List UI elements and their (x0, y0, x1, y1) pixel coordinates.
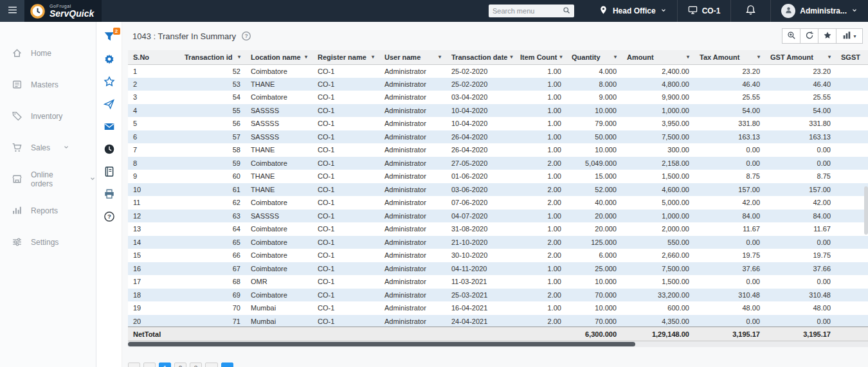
cell-tax-amount: 0.00 (694, 157, 765, 170)
hamburger-icon (7, 4, 18, 18)
cell-sgst (836, 262, 868, 276)
tool-history-button[interactable] (104, 143, 115, 155)
cell-user-name: Administrator (379, 249, 446, 262)
cell-gst-amount: 84.00 (765, 210, 836, 223)
table-row[interactable]: 1364CoimbatoreCO-1Administrator31-08-202… (128, 222, 868, 236)
filter-arrow-icon[interactable]: ▾ (372, 54, 374, 60)
cell-tax-amount: 46.40 (694, 78, 765, 91)
filter-arrow-icon[interactable]: ▾ (757, 54, 760, 60)
table-row[interactable]: 253THANECO-1Administrator25-02-20201.008… (128, 78, 868, 91)
refresh-button[interactable] (800, 28, 818, 44)
table-row[interactable]: 960THANECO-1Administrator01-06-20201.001… (128, 170, 868, 183)
page-button-3[interactable]: 2 (174, 363, 186, 367)
table-row[interactable]: 1667CoimbatoreCO-1Administrator04-11-202… (128, 262, 868, 276)
tool-help-button[interactable]: ? (104, 211, 115, 222)
horizontal-scrollbar[interactable] (128, 341, 868, 347)
page-button-5[interactable]: … (205, 363, 218, 367)
table-row[interactable]: 2071MumbaiCO-1Administrator24-04-20212.0… (128, 315, 868, 327)
zoom-button[interactable] (782, 28, 800, 44)
filter-arrow-icon[interactable]: ▾ (687, 54, 689, 60)
vertical-scrollbar[interactable] (864, 64, 868, 341)
page-button-1[interactable]: ‹ (143, 363, 156, 367)
sidebar-item-online-orders[interactable]: Online orders (0, 163, 96, 195)
column-header-sgst[interactable]: SGST▾ (836, 50, 868, 64)
sidebar-item-inventory[interactable]: Inventory (0, 100, 96, 132)
tool-journal-button[interactable] (104, 166, 115, 177)
column-header-gst-amount[interactable]: GST Amount▾ (765, 50, 836, 64)
favorite-button[interactable] (818, 28, 836, 44)
horizontal-scrollbar-thumb[interactable] (128, 342, 635, 346)
cell-s-no: 14 (128, 236, 179, 249)
column-header-transaction-id[interactable]: Transaction id▾ (179, 50, 246, 64)
cell-transaction-date: 31-08-2020 (446, 222, 515, 236)
sidebar-item-masters[interactable]: Masters (0, 69, 96, 100)
cell-transaction-id: 62 (179, 196, 246, 210)
table-row[interactable]: 455SASSSSCO-1Administrator10-04-20201.00… (128, 104, 868, 118)
cell-register-name: CO-1 (312, 210, 379, 223)
column-header-register-name[interactable]: Register name▾ (312, 50, 379, 64)
column-header-user-name[interactable]: User name▾ (379, 50, 446, 64)
help-icon[interactable]: ? (241, 31, 251, 41)
table-row[interactable]: 1768OMRCO-1Administrator11-03-20211.0010… (128, 275, 868, 289)
column-header-location-name[interactable]: Location name▾ (246, 50, 312, 64)
page-button-6[interactable]: › (221, 363, 233, 367)
tool-print-button[interactable] (104, 188, 115, 200)
table-row[interactable]: 1263SASSSSCO-1Administrator04-07-20201.0… (128, 210, 868, 223)
column-header-s-no[interactable]: S.No (128, 50, 179, 64)
menu-button[interactable] (0, 0, 24, 22)
user-menu[interactable]: Administra... (770, 0, 868, 22)
column-header-tax-amount[interactable]: Tax Amount▾ (694, 50, 765, 64)
sidebar-item-home[interactable]: Home (0, 37, 96, 69)
table-row[interactable]: 1061THANECO-1Administrator03-06-20202.00… (128, 183, 868, 197)
column-header-amount[interactable]: Amount▾ (622, 50, 694, 64)
table-row[interactable]: 859CoimbatoreCO-1Administrator27-05-2020… (128, 157, 868, 170)
sidebar-item-reports[interactable]: Reports (0, 195, 96, 226)
brand-company: GoFrugal (50, 4, 94, 8)
filter-arrow-icon[interactable]: ▾ (510, 54, 512, 60)
cell-s-no: 19 (128, 301, 179, 315)
table-row[interactable]: 556SASSSSCO-1Administrator10-04-20201.00… (128, 117, 868, 130)
filter-arrow-icon[interactable]: ▾ (439, 54, 441, 60)
table-row[interactable]: 1162CoimbatoreCO-1Administrator07-06-202… (128, 196, 868, 210)
table-row[interactable]: 1465CoimbatoreCO-1Administrator21-10-202… (128, 236, 868, 249)
cell-transaction-date: 01-06-2020 (446, 170, 515, 183)
notifications-button[interactable] (730, 0, 770, 22)
chart-view-button[interactable]: ▾ (836, 28, 863, 44)
table-row[interactable]: 354CoimbatoreCO-1Administrator03-04-2020… (128, 91, 868, 104)
sidebar-item-settings[interactable]: Settings (0, 226, 96, 258)
cell-user-name: Administrator (379, 301, 446, 315)
cell-user-name: Administrator (379, 275, 446, 289)
column-header-quantity[interactable]: Quantity▾ (566, 50, 622, 64)
tool-star-button[interactable] (104, 76, 115, 87)
table-row[interactable]: 758THANECO-1Administrator26-04-20201.001… (128, 143, 868, 157)
table-row[interactable]: 152CoimbatoreCO-1Administrator25-02-2020… (128, 64, 868, 78)
tool-mail-button[interactable] (104, 121, 115, 132)
vertical-scrollbar-thumb[interactable] (864, 186, 868, 235)
register-selector[interactable]: CO-1 (677, 0, 731, 22)
cell-quantity: 125.000 (566, 236, 622, 249)
cell-location-name: THANE (246, 183, 312, 197)
filter-arrow-icon[interactable]: ▾ (305, 54, 307, 60)
page-button-0[interactable]: « (128, 363, 140, 367)
filter-arrow-icon[interactable]: ▾ (614, 54, 617, 60)
star-icon (823, 31, 832, 42)
location-selector[interactable]: Head Office (588, 0, 677, 22)
table-row[interactable]: 1566CoimbatoreCO-1Administrator30-10-202… (128, 249, 868, 262)
table-row[interactable]: 657SASSSSCO-1Administrator26-04-20201.00… (128, 130, 868, 144)
tool-gear-button[interactable] (104, 53, 115, 65)
sidebar-item-sales[interactable]: Sales (0, 132, 96, 163)
cell-item-count: 1.00 (515, 210, 566, 223)
filter-arrow-icon[interactable]: ▾ (828, 54, 831, 60)
tool-filter-button[interactable]: 2 (104, 31, 115, 42)
page-button-4[interactable]: 3 (190, 363, 202, 367)
table-row[interactable]: 1970MumbaiCO-1Administrator16-04-20211.0… (128, 301, 868, 315)
filter-arrow-icon[interactable]: ▾ (559, 54, 562, 60)
search-icon (563, 5, 570, 17)
column-header-transaction-date[interactable]: Transaction date▾ (446, 50, 515, 64)
column-header-item-count[interactable]: Item Count▾ (515, 50, 566, 64)
page-button-2[interactable]: 1 (159, 363, 171, 367)
tool-send-button[interactable] (104, 98, 115, 110)
filter-arrow-icon[interactable]: ▾ (238, 54, 240, 60)
table-row[interactable]: 1869CoimbatoreCO-1Administrator25-03-202… (128, 289, 868, 302)
search-input[interactable] (493, 7, 563, 15)
